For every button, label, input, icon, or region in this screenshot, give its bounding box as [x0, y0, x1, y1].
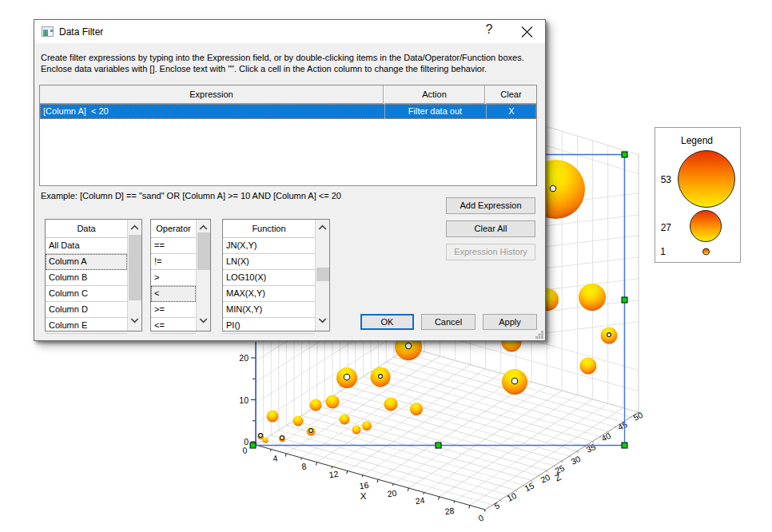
svg-text:0: 0 [476, 513, 485, 523]
svg-text:27: 27 [661, 222, 672, 233]
svg-text:12: 12 [328, 469, 339, 480]
svg-text:50: 50 [631, 410, 644, 423]
svg-text:28: 28 [444, 506, 455, 517]
svg-text:0: 0 [242, 445, 249, 455]
svg-text:15: 15 [523, 480, 535, 493]
svg-text:24: 24 [415, 495, 425, 506]
svg-text:35: 35 [584, 442, 597, 455]
svg-text:10: 10 [505, 490, 518, 503]
svg-text:10: 10 [239, 395, 249, 405]
svg-text:20: 20 [387, 488, 397, 499]
svg-text:53: 53 [661, 174, 672, 185]
svg-text:5: 5 [492, 500, 501, 510]
svg-text:16: 16 [359, 480, 369, 491]
svg-text:X: X [360, 491, 367, 501]
svg-text:8: 8 [301, 461, 308, 471]
svg-text:Legend: Legend [681, 135, 713, 146]
svg-text:30: 30 [569, 454, 582, 466]
svg-text:45: 45 [616, 419, 629, 432]
svg-text:20: 20 [239, 353, 249, 363]
svg-text:40: 40 [599, 431, 612, 443]
svg-text:1: 1 [660, 246, 666, 257]
svg-text:4: 4 [273, 453, 279, 463]
